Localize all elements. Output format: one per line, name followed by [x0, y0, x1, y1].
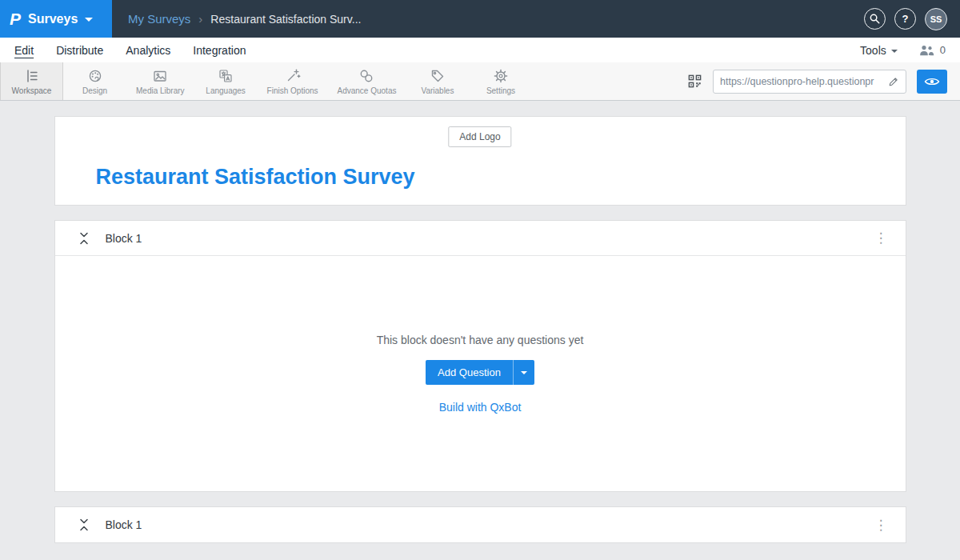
- toolbar-item-label: Advance Quotas: [338, 86, 397, 95]
- block-name[interactable]: Block 1: [106, 232, 142, 245]
- qr-code-icon: [687, 74, 702, 89]
- breadcrumb-my-surveys[interactable]: My Surveys: [128, 12, 190, 26]
- tag-icon: [430, 68, 446, 84]
- palette-icon: [87, 68, 103, 84]
- toolbar-item-label: Languages: [206, 86, 246, 95]
- survey-url-input[interactable]: [720, 76, 885, 87]
- empty-block-message: This block doesn't have any questions ye…: [377, 334, 584, 346]
- tools-menu[interactable]: Tools: [860, 44, 898, 57]
- wand-icon: [285, 68, 301, 84]
- help-icon: ?: [902, 13, 909, 25]
- collapse-icon: [78, 231, 90, 246]
- toolbar-item-workspace[interactable]: Workspace: [0, 62, 63, 100]
- chevron-down-icon: [891, 50, 898, 53]
- main-nav: Edit Distribute Analytics Integration To…: [0, 38, 960, 62]
- toolbar-item-settings[interactable]: Settings: [469, 62, 532, 100]
- nav-tabs: Edit Distribute Analytics Integration: [14, 44, 246, 57]
- tab-analytics[interactable]: Analytics: [126, 44, 170, 57]
- toolbar-item-label: Finish Options: [267, 86, 318, 95]
- product-name: Surveys: [28, 12, 78, 26]
- add-logo-button[interactable]: Add Logo: [448, 126, 511, 147]
- search-button[interactable]: [864, 8, 886, 30]
- questionpro-logo: P: [10, 10, 21, 27]
- toolbar-item-label: Variables: [421, 86, 454, 95]
- product-switcher[interactable]: P Surveys: [0, 0, 112, 38]
- collapse-block-button[interactable]: [78, 231, 90, 246]
- breadcrumb-current-survey: Restaurant Satisfaction Surv...: [210, 13, 361, 26]
- tab-edit[interactable]: Edit: [14, 44, 34, 57]
- toolbar-right: [687, 62, 960, 100]
- block-header: Block 1 ⋮: [55, 221, 906, 256]
- chevron-down-icon: [521, 371, 527, 374]
- survey-url-field: [713, 70, 906, 94]
- qr-code-button[interactable]: [687, 74, 702, 89]
- translate-icon: [218, 68, 234, 84]
- tab-integration[interactable]: Integration: [193, 44, 246, 57]
- breadcrumb-separator: ›: [198, 12, 202, 26]
- block-header: Block 1 ⋮: [55, 507, 906, 542]
- chain-icon: [358, 68, 374, 84]
- collaborators[interactable]: 0: [919, 44, 946, 56]
- help-button[interactable]: ?: [894, 8, 916, 30]
- workspace-icon: [24, 68, 40, 84]
- nav-right: Tools 0: [860, 44, 946, 57]
- toolbar-item-label: Design: [82, 86, 107, 95]
- toolbar-item-label: Settings: [486, 86, 515, 95]
- edit-url-button[interactable]: [888, 76, 899, 87]
- tools-label: Tools: [860, 44, 886, 57]
- toolbar-item-languages[interactable]: Languages: [194, 62, 258, 100]
- people-icon: [919, 45, 934, 56]
- editor-toolbar: Workspace Design Media Library Languages: [0, 62, 960, 101]
- survey-title[interactable]: Restaurant Satisfaction Survey: [96, 165, 415, 190]
- search-icon: [869, 13, 881, 25]
- add-question-dropdown-button[interactable]: [513, 360, 534, 385]
- chevron-down-icon: [85, 18, 93, 22]
- pencil-icon: [888, 76, 899, 87]
- block-name[interactable]: Block 1: [106, 518, 142, 531]
- preview-button[interactable]: [917, 70, 947, 94]
- toolbar-item-variables[interactable]: Variables: [406, 62, 469, 100]
- collapse-icon: [78, 518, 90, 532]
- collaborator-count: 0: [940, 44, 946, 56]
- collapse-block-button[interactable]: [78, 518, 90, 532]
- block-card: Block 1 ⋮ This block doesn't have any qu…: [54, 220, 906, 492]
- eye-icon: [924, 76, 940, 87]
- toolbar-item-label: Workspace: [12, 86, 52, 95]
- block-options-button[interactable]: ⋮: [870, 517, 893, 534]
- avatar[interactable]: SS: [925, 8, 947, 30]
- add-question-button[interactable]: Add Question: [426, 360, 513, 385]
- add-question-split-button: Add Question: [426, 360, 534, 385]
- topbar: P Surveys My Surveys › Restaurant Satisf…: [0, 0, 960, 38]
- toolbar-item-advance-quotas[interactable]: Advance Quotas: [328, 62, 406, 100]
- toolbar-item-label: Media Library: [136, 86, 185, 95]
- block-body: This block doesn't have any questions ye…: [55, 256, 906, 491]
- build-with-qxbot-link[interactable]: Build with QxBot: [439, 401, 522, 414]
- gear-icon: [493, 68, 509, 84]
- survey-editor-canvas: Add Logo Restaurant Satisfaction Survey …: [0, 101, 960, 543]
- survey-header-card: Add Logo Restaurant Satisfaction Survey: [54, 116, 906, 206]
- block-card-2: Block 1 ⋮: [54, 506, 906, 543]
- tab-distribute[interactable]: Distribute: [56, 44, 103, 57]
- toolbar-item-media-library[interactable]: Media Library: [126, 62, 194, 100]
- toolbar-item-finish-options[interactable]: Finish Options: [258, 62, 328, 100]
- toolbar-item-design[interactable]: Design: [63, 62, 126, 100]
- image-icon: [152, 68, 168, 84]
- breadcrumb: My Surveys › Restaurant Satisfaction Sur…: [128, 12, 361, 26]
- block-options-button[interactable]: ⋮: [870, 230, 893, 246]
- topbar-actions: ? SS: [864, 8, 960, 30]
